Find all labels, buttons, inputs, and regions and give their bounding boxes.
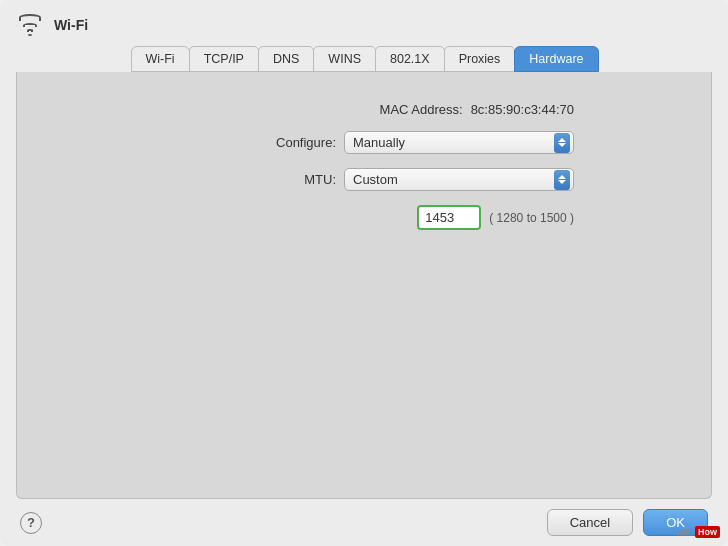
- configure-select[interactable]: Manually: [344, 131, 574, 154]
- wikihow-prefix: wiki: [676, 527, 693, 538]
- form-section: MAC Address: 8c:85:90:c3:44:70 Configure…: [154, 102, 574, 230]
- tab-proxies[interactable]: Proxies: [444, 46, 516, 72]
- mac-address-row: MAC Address: 8c:85:90:c3:44:70: [154, 102, 574, 117]
- tab-wins[interactable]: WINS: [313, 46, 376, 72]
- configure-row: Configure: Manually: [154, 131, 574, 154]
- main-window: Wi-Fi Wi-Fi TCP/IP DNS WINS 802.1X Proxi…: [0, 0, 728, 546]
- mtu-value-row: ( 1280 to 1500 ): [154, 205, 574, 230]
- content-area: MAC Address: 8c:85:90:c3:44:70 Configure…: [16, 72, 712, 499]
- tab-hardware[interactable]: Hardware: [514, 46, 598, 72]
- mtu-input-field[interactable]: [419, 207, 479, 228]
- mtu-select[interactable]: Custom: [344, 168, 574, 191]
- tabs-bar: Wi-Fi TCP/IP DNS WINS 802.1X Proxies Har…: [0, 46, 728, 72]
- help-button[interactable]: ?: [20, 512, 42, 534]
- window-title: Wi-Fi: [54, 17, 88, 33]
- mtu-label: MTU:: [236, 172, 336, 187]
- mtu-range-label: ( 1280 to 1500 ): [489, 211, 574, 225]
- mac-label: MAC Address:: [363, 102, 463, 117]
- tab-tcpip[interactable]: TCP/IP: [189, 46, 259, 72]
- tab-wifi[interactable]: Wi-Fi: [131, 46, 190, 72]
- mac-value: 8c:85:90:c3:44:70: [471, 102, 574, 117]
- mtu-input-box: [417, 205, 481, 230]
- wifi-icon: [16, 14, 44, 36]
- tab-dns[interactable]: DNS: [258, 46, 314, 72]
- mtu-row: MTU: Custom: [154, 168, 574, 191]
- configure-label: Configure:: [236, 135, 336, 150]
- title-bar: Wi-Fi: [0, 0, 728, 46]
- wikihow-badge: wiki How: [676, 526, 720, 538]
- tab-8021x[interactable]: 802.1X: [375, 46, 445, 72]
- configure-select-wrapper: Manually: [344, 131, 574, 154]
- mtu-select-wrapper: Custom: [344, 168, 574, 191]
- wikihow-logo: How: [695, 526, 720, 538]
- cancel-button[interactable]: Cancel: [547, 509, 633, 536]
- bottom-bar: ? Cancel OK: [0, 499, 728, 546]
- mtu-input-row: ( 1280 to 1500 ): [417, 205, 574, 230]
